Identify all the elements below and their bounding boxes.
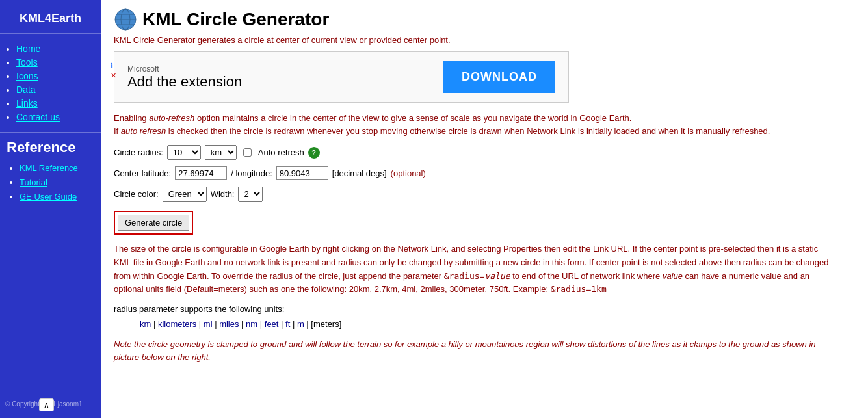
unit-meters-default: [meters] bbox=[311, 319, 341, 329]
unit-mi[interactable]: mi bbox=[204, 319, 213, 329]
auto-refresh-label: Auto refresh bbox=[258, 148, 304, 157]
main-content: KML Circle Generator KML Circle Generato… bbox=[101, 0, 868, 418]
nav-item-icons[interactable]: Icons bbox=[16, 71, 101, 81]
unit-kilometers[interactable]: kilometers bbox=[158, 319, 196, 329]
radius-units-label: radius parameter supports the following … bbox=[114, 304, 855, 314]
longitude-input[interactable] bbox=[276, 166, 328, 180]
optional-text: (optional) bbox=[391, 168, 426, 178]
generate-circle-button[interactable]: Generate circle bbox=[118, 215, 189, 231]
ref-item-guide[interactable]: GE User Guide bbox=[20, 191, 94, 202]
unit-m[interactable]: m bbox=[297, 319, 304, 329]
ad-text-area: Microsoft Add the extension bbox=[127, 64, 242, 90]
nav-item-links[interactable]: Links bbox=[16, 98, 101, 109]
main-nav: Home Tools Icons Data Links Contact us bbox=[0, 34, 101, 133]
site-title: KML4Earth bbox=[0, 7, 101, 34]
ref-item-kml[interactable]: KML Reference bbox=[20, 163, 94, 173]
nav-item-contact[interactable]: Contact us bbox=[16, 112, 101, 122]
lat-label: Center latitude: bbox=[114, 168, 171, 178]
nav-item-tools[interactable]: Tools bbox=[16, 57, 101, 68]
help-icon[interactable]: ? bbox=[308, 147, 320, 159]
width-label: Width: bbox=[211, 189, 235, 199]
sidebar: KML4Earth Home Tools Icons Data Links Co… bbox=[0, 0, 101, 418]
ad-close-icon[interactable]: ✕ bbox=[111, 72, 116, 80]
description-block: Enabling auto-refresh option maintains a… bbox=[114, 112, 829, 137]
ad-company: Microsoft bbox=[127, 64, 242, 73]
ad-download-button[interactable]: DOWNLOAD bbox=[443, 61, 555, 93]
coord-hint-text: [decimal degs] bbox=[332, 168, 387, 178]
nav-link-icons[interactable]: Icons bbox=[16, 71, 38, 81]
unit-km[interactable]: km bbox=[140, 319, 151, 329]
globe-icon bbox=[114, 8, 137, 31]
ad-info-icon[interactable]: ℹ bbox=[111, 62, 116, 70]
ref-link-guide[interactable]: GE User Guide bbox=[20, 192, 77, 202]
scroll-to-top[interactable]: ∧ bbox=[39, 398, 54, 411]
note-text-block: Note the circle geometry is clamped to g… bbox=[114, 338, 829, 363]
color-row: Circle color: Green Red Blue Yellow Whit… bbox=[114, 187, 855, 202]
lon-label: / longitude: bbox=[231, 168, 272, 178]
color-select[interactable]: Green Red Blue Yellow White bbox=[163, 187, 207, 202]
width-select[interactable]: 1 2 3 4 5 bbox=[238, 187, 263, 202]
info-text-block: The size of the circle is configurable i… bbox=[114, 242, 829, 296]
ref-link-kml[interactable]: KML Reference bbox=[20, 163, 78, 173]
nav-link-data[interactable]: Data bbox=[16, 85, 36, 95]
ref-item-tutorial[interactable]: Tutorial bbox=[20, 177, 94, 187]
unit-nm[interactable]: nm bbox=[246, 319, 257, 329]
auto-refresh-checkbox[interactable] bbox=[243, 148, 252, 157]
unit-select[interactable]: km mi nm ft m bbox=[205, 145, 237, 160]
radius-select[interactable]: 10 20 50 100 200 bbox=[167, 145, 201, 160]
reference-section: Reference KML Reference Tutorial GE User… bbox=[0, 133, 101, 212]
ad-banner: ℹ ✕ Microsoft Add the extension DOWNLOAD bbox=[114, 51, 569, 103]
nav-item-data[interactable]: Data bbox=[16, 85, 101, 95]
ref-link-tutorial[interactable]: Tutorial bbox=[20, 177, 47, 187]
generate-btn-container: Generate circle bbox=[114, 211, 193, 235]
latitude-input[interactable] bbox=[175, 166, 227, 180]
page-title-row: KML Circle Generator bbox=[114, 8, 855, 31]
reference-heading: Reference bbox=[7, 139, 94, 156]
radius-row: Circle radius: 10 20 50 100 200 km mi nm… bbox=[114, 145, 855, 160]
nav-item-home[interactable]: Home bbox=[16, 44, 101, 54]
units-list: km | kilometers | mi | miles | nm | feet… bbox=[114, 319, 855, 329]
nav-link-links[interactable]: Links bbox=[16, 98, 38, 109]
unit-ft[interactable]: ft bbox=[285, 319, 290, 329]
ad-title: Add the extension bbox=[127, 73, 242, 90]
page-subtitle: KML Circle Generator generates a circle … bbox=[114, 35, 855, 45]
unit-miles[interactable]: miles bbox=[219, 319, 239, 329]
page-title: KML Circle Generator bbox=[142, 9, 329, 30]
nav-link-tools[interactable]: Tools bbox=[16, 57, 38, 68]
color-label: Circle color: bbox=[114, 189, 159, 199]
radius-label: Circle radius: bbox=[114, 148, 163, 157]
nav-link-contact[interactable]: Contact us bbox=[16, 112, 60, 122]
coordinates-row: Center latitude: / longitude: [decimal d… bbox=[114, 166, 855, 180]
unit-feet[interactable]: feet bbox=[265, 319, 279, 329]
nav-link-home[interactable]: Home bbox=[16, 44, 40, 54]
